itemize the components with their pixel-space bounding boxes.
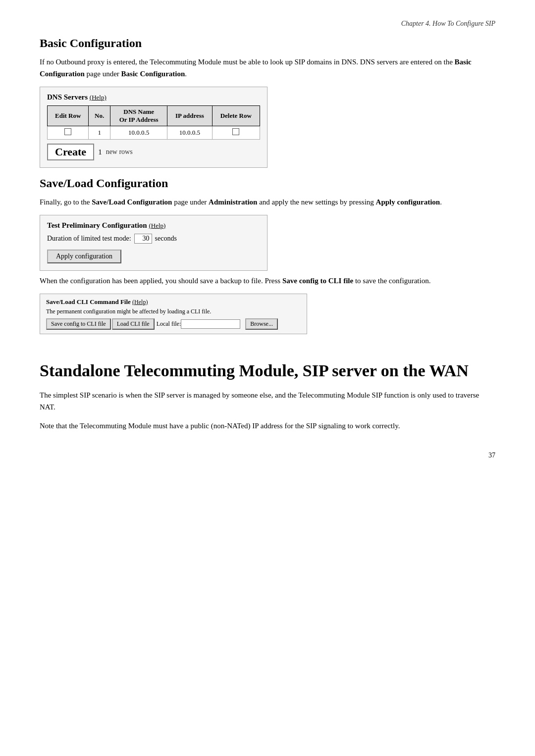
duration-label: Duration of limited test mode: [47,235,131,243]
test-help-link[interactable]: (Help) [149,222,165,229]
dns-name-value: 10.0.0.5 [110,126,167,140]
save-load-section: Save/Load Configuration Finally, go to t… [40,177,495,343]
col-no: No. [89,106,110,126]
test-preliminary-panel: Test Preliminary Configuration (Help) Du… [40,215,268,271]
duration-row: Duration of limited test mode: seconds [47,234,260,244]
dns-panel-title: DNS Servers (Help) [47,93,260,101]
basic-config-paragraph: If no Outbound proxy is entered, the Tel… [40,56,495,80]
duration-input[interactable] [134,234,152,244]
basic-configuration-section: Basic Configuration If no Outbound proxy… [40,37,495,177]
duration-suffix: seconds [155,235,177,243]
load-cli-button[interactable]: Load CLI file [112,318,155,330]
test-panel-title: Test Preliminary Configuration (Help) [47,221,260,230]
create-row: Create 1 new rows [47,144,260,160]
standalone-section: Standalone Telecommuting Module, SIP ser… [40,361,495,432]
col-ip-address: IP address [167,106,212,126]
col-dns-name: DNS NameOr IP Address [110,106,167,126]
delete-checkbox[interactable] [232,128,239,135]
dns-table: Edit Row No. DNS NameOr IP Address IP ad… [47,105,260,140]
cli-help-link[interactable]: (Help) [132,299,148,305]
cli-panel: Save/Load CLI Command File (Help) The pe… [40,294,307,334]
ip-address-value: 10.0.0.5 [167,126,212,140]
backup-paragraph: When the configuration has been applied,… [40,275,495,287]
table-row: 1 10.0.0.5 10.0.0.5 [48,126,260,140]
local-file-label: Local file: [157,320,181,328]
create-num: 1 [98,148,102,156]
dns-servers-panel: DNS Servers (Help) Edit Row No. DNS Name… [40,87,268,168]
save-load-title: Save/Load Configuration [40,177,495,190]
row-number: 1 [89,126,110,140]
cli-btn-row: Save config to CLI file Load CLI file Lo… [46,318,301,330]
page-number: 37 [40,452,495,459]
cli-panel-note: The permanent configuration might be aff… [46,308,301,315]
chapter-header: Chapter 4. How To Configure SIP [40,20,495,28]
basic-config-title: Basic Configuration [40,37,495,50]
save-config-cli-button[interactable]: Save config to CLI file [46,318,111,330]
dns-help-link[interactable]: (Help) [90,94,107,101]
edit-checkbox-cell[interactable] [48,126,89,140]
delete-checkbox-cell[interactable] [212,126,260,140]
apply-configuration-button[interactable]: Apply configuration [47,250,121,263]
col-delete-row: Delete Row [212,106,260,126]
create-suffix: new rows [106,148,133,156]
save-load-paragraph: Finally, go to the Save/Load Configurati… [40,196,495,208]
create-button[interactable]: Create [47,144,94,160]
edit-checkbox[interactable] [64,128,71,135]
standalone-paragraph1: The simplest SIP scenario is when the SI… [40,389,495,413]
col-edit-row: Edit Row [48,106,89,126]
browse-button[interactable]: Browse... [245,318,278,330]
standalone-title: Standalone Telecommuting Module, SIP ser… [40,361,495,381]
cli-panel-title: Save/Load CLI Command File (Help) [46,298,301,306]
local-file-input[interactable] [181,319,240,329]
apply-btn-container: Apply configuration [47,250,260,263]
standalone-paragraph2: Note that the Telecommuting Module must … [40,420,495,432]
